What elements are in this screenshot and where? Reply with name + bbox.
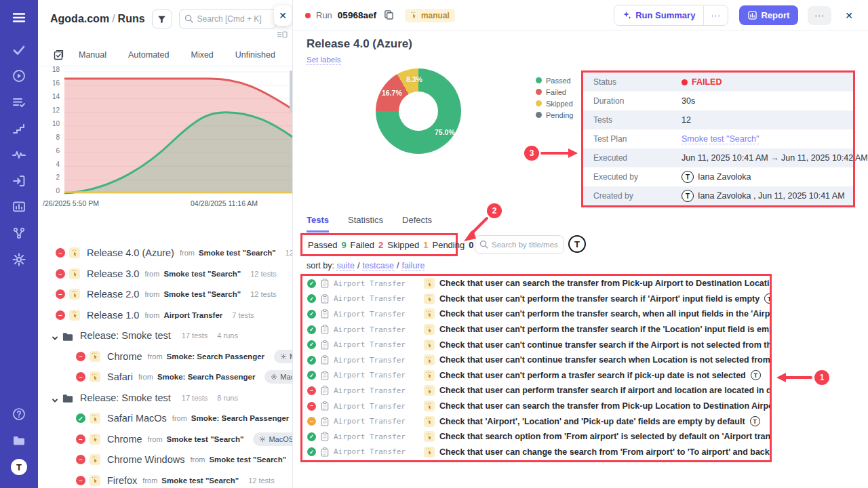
sidebar-search-input[interactable] bbox=[179, 9, 277, 29]
run-summary-button[interactable]: Run Summary bbox=[614, 5, 703, 25]
checklist-icon[interactable] bbox=[53, 49, 64, 60]
run-plan[interactable]: Airport Transfer bbox=[163, 311, 222, 319]
test-row[interactable]: Airport TransferCheck that user can sear… bbox=[302, 276, 770, 291]
test-row[interactable]: Airport TransferCheck that 'Airport', 'L… bbox=[302, 413, 770, 429]
panel-collapse-icon[interactable] bbox=[277, 28, 288, 35]
app-logo[interactable]: T bbox=[11, 459, 27, 475]
run-name[interactable]: Release 3.0 bbox=[87, 268, 139, 279]
group-name[interactable]: Release: Smoke test bbox=[80, 330, 171, 341]
test-row[interactable]: Airport TransferCheck that user can't co… bbox=[302, 352, 770, 368]
run-row-release-20[interactable]: Release 2.0 from Smoke test "Search" 12 … bbox=[38, 284, 293, 305]
run-name[interactable]: Chrome bbox=[107, 434, 142, 445]
run-summary-more-button[interactable]: ··· bbox=[703, 6, 728, 25]
test-title[interactable]: Check that user can perform transfer sea… bbox=[439, 386, 770, 395]
run-plan[interactable]: Smoke: Search Passenger bbox=[157, 373, 255, 381]
runs-play-icon[interactable] bbox=[12, 69, 26, 83]
test-title[interactable]: Check that user can't continue transfer … bbox=[439, 340, 770, 350]
run-name[interactable]: Safari MacOs bbox=[107, 413, 167, 424]
tab-mixed[interactable]: Mixed bbox=[191, 50, 213, 60]
test-row[interactable]: Airport TransferCheck that search option… bbox=[302, 429, 770, 445]
help-icon[interactable] bbox=[12, 407, 26, 421]
test-row[interactable]: Airport TransferCheck that user can't pe… bbox=[302, 368, 770, 384]
test-title[interactable]: Check that user can't continue transfer … bbox=[439, 355, 770, 365]
more-actions-button[interactable]: ··· bbox=[808, 6, 831, 25]
tests-check-icon[interactable] bbox=[12, 43, 26, 57]
run-row-safari[interactable]: Safari from Smoke: Search Passenger MacO… bbox=[38, 367, 293, 388]
run-row-chrome[interactable]: Chrome from Smoke: Search Passenger MacO… bbox=[38, 346, 293, 367]
filter-passed-count[interactable]: 9 bbox=[341, 240, 346, 250]
run-plan[interactable]: Smoke test "Search" bbox=[161, 476, 239, 485]
tab-unfinished[interactable]: Unfinished bbox=[235, 50, 275, 60]
test-title[interactable]: Check that user can't perform the transf… bbox=[439, 325, 770, 334]
analytics-icon[interactable] bbox=[12, 200, 26, 214]
env-chip[interactable]: MacOS bbox=[253, 432, 293, 446]
run-plan[interactable]: Smoke test "Search" bbox=[199, 249, 276, 257]
scrollbar-thumb[interactable] bbox=[290, 70, 292, 113]
breadcrumb-project[interactable]: Agoda.com bbox=[50, 13, 109, 24]
env-chip[interactable]: MacOS bbox=[274, 350, 293, 363]
branch-icon[interactable] bbox=[12, 226, 26, 240]
run-name[interactable]: Safari bbox=[107, 371, 133, 382]
sort-testcase-link[interactable]: testcase bbox=[362, 261, 394, 271]
test-title[interactable]: Check that user can change the search fr… bbox=[439, 447, 770, 457]
assignee-avatar[interactable]: T bbox=[568, 235, 586, 253]
run-plan[interactable]: Smoke test "Search" bbox=[209, 455, 286, 464]
test-row[interactable]: Airport TransferCheck that user can chan… bbox=[302, 445, 770, 460]
test-title[interactable]: Check that search option from 'From airp… bbox=[439, 432, 770, 441]
run-name[interactable]: Release 1.0 bbox=[87, 310, 139, 321]
filter-failed-label[interactable]: Failed bbox=[351, 240, 374, 250]
plans-list-icon[interactable] bbox=[12, 96, 26, 109]
test-plan-link[interactable]: Smoke test "Search" bbox=[682, 134, 759, 144]
run-name[interactable]: Chrome Windows bbox=[107, 454, 184, 465]
close-run-button[interactable]: ✕ bbox=[840, 6, 859, 25]
menu-icon[interactable] bbox=[12, 11, 26, 24]
filter-failed-count[interactable]: 2 bbox=[378, 240, 383, 250]
tab-tests[interactable]: Tests bbox=[307, 215, 329, 232]
run-plan[interactable]: Smoke: Search Passenger bbox=[191, 414, 289, 422]
import-icon[interactable] bbox=[12, 174, 26, 188]
test-title[interactable]: Check that user can't perform the transf… bbox=[439, 309, 770, 319]
breadcrumb-page[interactable]: Runs bbox=[118, 13, 145, 24]
settings-gear-icon[interactable] bbox=[12, 253, 26, 266]
filter-passed-label[interactable]: Passed bbox=[308, 240, 337, 250]
set-labels-link[interactable]: Set labels bbox=[307, 56, 341, 65]
run-row-release-10[interactable]: Release 1.0 from Airport Transfer 7 test… bbox=[38, 305, 293, 326]
copy-icon[interactable] bbox=[383, 9, 395, 22]
filter-skipped-count[interactable]: 1 bbox=[423, 240, 428, 250]
tab-defects[interactable]: Defects bbox=[402, 215, 432, 232]
run-plan[interactable]: Smoke test "Search" bbox=[167, 435, 244, 443]
filter-skipped-label[interactable]: Skipped bbox=[387, 240, 419, 250]
run-name[interactable]: Chrome bbox=[107, 351, 142, 362]
env-chip[interactable]: MacOS bbox=[264, 370, 293, 384]
tab-automated[interactable]: Automated bbox=[128, 50, 169, 60]
pulse-activity-icon[interactable] bbox=[12, 148, 26, 161]
test-row[interactable]: Airport TransferCheck that user can't pe… bbox=[302, 306, 770, 322]
filter-button[interactable] bbox=[152, 9, 172, 28]
test-title[interactable]: Check that user can't perform the transf… bbox=[439, 294, 760, 304]
test-row[interactable]: Airport TransferCheck that user can't co… bbox=[302, 337, 770, 352]
run-name[interactable]: Firefox bbox=[107, 475, 137, 486]
run-row-firefox[interactable]: Firefox from Smoke test "Search" 12 test… bbox=[38, 470, 293, 488]
tab-statistics[interactable]: Statistics bbox=[348, 215, 383, 232]
test-title[interactable]: Check that 'Airport', 'Location' and 'Pi… bbox=[439, 417, 745, 426]
run-row-chrome-windows[interactable]: Chrome Windows from Smoke test "Search" … bbox=[38, 449, 293, 470]
docs-folder-icon[interactable] bbox=[12, 434, 26, 447]
run-name[interactable]: Release 4.0 (Azure) bbox=[87, 247, 174, 258]
test-row[interactable]: Airport TransferCheck that user can't pe… bbox=[302, 322, 770, 338]
group-name[interactable]: Release: Smoke test bbox=[80, 392, 171, 403]
run-row-release-40[interactable]: Release 4.0 (Azure) from Smoke test "Sea… bbox=[38, 243, 293, 264]
sidebar-close-button[interactable]: ✕ bbox=[274, 5, 292, 26]
filter-pending-label[interactable]: Pending bbox=[432, 240, 465, 250]
chevron-down-icon[interactable] bbox=[52, 332, 58, 339]
run-plan[interactable]: Smoke test "Search" bbox=[163, 270, 241, 278]
report-button[interactable]: Report bbox=[739, 5, 798, 25]
sort-failure-link[interactable]: failure bbox=[401, 261, 425, 271]
run-row-release-30[interactable]: Release 3.0 from Smoke test "Search" 12 … bbox=[38, 264, 293, 285]
chevron-down-icon[interactable] bbox=[52, 394, 58, 401]
run-plan[interactable]: Smoke: Search Passenger bbox=[167, 352, 264, 361]
run-name[interactable]: Release 2.0 bbox=[87, 289, 139, 300]
sort-suite-link[interactable]: suite bbox=[336, 261, 354, 271]
run-plan[interactable]: Smoke test "Search" bbox=[163, 290, 241, 298]
run-group-row[interactable]: Release: Smoke test 17 tests 8 runs bbox=[38, 388, 293, 409]
milestones-steps-icon[interactable] bbox=[12, 122, 26, 136]
